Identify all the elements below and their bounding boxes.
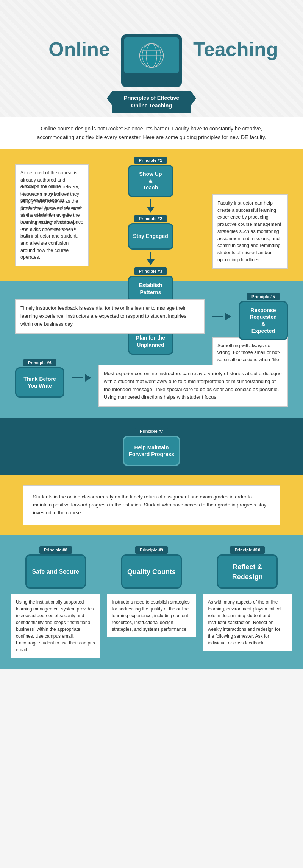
- p5-info-box: Timely instructor feedback is essential …: [15, 299, 205, 333]
- p9-badge: Principle #9: [135, 546, 168, 554]
- p5-row: Timely instructor feedback is essential …: [15, 293, 288, 340]
- p6-box: Think BeforeYou Write: [15, 367, 64, 398]
- p2-info-box: Faculty instructor can help create a suc…: [212, 194, 288, 269]
- p10-text: As with many aspects of the online learn…: [208, 599, 287, 646]
- p8-card: Principle #8 Principle #8 Safe and Secur…: [11, 546, 100, 658]
- p9-box: Principle #9 Quality Counts: [121, 554, 182, 589]
- p10-info-box: As with many aspects of the online learn…: [203, 594, 292, 651]
- p2-text: Faculty instructor can help create a suc…: [217, 200, 283, 264]
- principle-2-wrapper: Principle #2 Stay Engaged: [128, 215, 173, 250]
- p5-right-area: Principle #5 ResponseRequested&Expected: [239, 293, 288, 340]
- p6-info-box: Most experienced online instructors can …: [98, 365, 288, 407]
- p9-text: Instructors need to establish strategies…: [112, 599, 191, 633]
- arrow-down-1: [147, 207, 155, 213]
- p6-text: Most experienced online instructors can …: [104, 370, 283, 401]
- p8-box: Principle #8 Safe and Secure: [25, 554, 86, 589]
- globe-container: [117, 11, 186, 87]
- connector-v1: [150, 199, 151, 207]
- p6-connector: [72, 374, 91, 382]
- header-section: Online Teaching: [0, 0, 303, 117]
- dark-section-p7: Principle #7 Help MaintainForward Progre…: [0, 418, 303, 475]
- three-cols-section: Principle #8 Principle #8 Safe and Secur…: [0, 535, 303, 669]
- p5-box: ResponseRequested&Expected: [239, 301, 288, 340]
- monitor-base: [136, 80, 167, 84]
- p5-text: Timely instructor feedback is essential …: [20, 304, 199, 328]
- p7-badge: Principle #7: [135, 427, 168, 435]
- banner-text: Principles of Effective Online Teaching: [124, 95, 179, 109]
- p10-badge: Principle #10: [230, 546, 265, 554]
- p8-info-box: Using the institutionally supported lear…: [11, 594, 100, 658]
- p6-row: Principle #6 Think BeforeYou Write Most …: [15, 359, 288, 407]
- intro-paragraph: Online course design is not Rocket Scien…: [23, 124, 280, 141]
- p6-badge: Principle #6: [23, 359, 56, 366]
- p5-arrow: [225, 313, 231, 320]
- arrow-down-2: [147, 259, 155, 265]
- p9-info-box: Instructors need to establish strategies…: [107, 594, 195, 637]
- principle-3-wrapper: Principle #3 Establish Patterns: [128, 267, 173, 302]
- p6-right-area: Most experienced online instructors can …: [98, 365, 288, 407]
- p6-left-area: Principle #6 Think BeforeYou Write: [15, 359, 64, 398]
- intro-text-box: Online course design is not Rocket Scien…: [0, 117, 303, 149]
- p7-info-section: Students in the online classroom rely on…: [0, 475, 303, 534]
- p2-badge: Principle #2: [134, 215, 167, 222]
- monitor-screen: [124, 37, 179, 73]
- yellow-section: Since most of the course is already auth…: [0, 149, 303, 281]
- p6-arrow: [85, 374, 91, 382]
- p10-box: Principle #10 Reflect &Redesign: [217, 554, 278, 589]
- p2-box: Stay Engaged: [128, 223, 173, 250]
- p7-info-box: Students in the online classroom rely on…: [23, 485, 280, 525]
- p9-card: Principle #9 Principle #9 Quality Counts…: [107, 546, 195, 658]
- p3-box: Establish Patterns: [128, 276, 173, 302]
- monitor: [121, 34, 182, 87]
- title-online: Online: [8, 38, 117, 61]
- banner: Principles of Effective Online Teaching: [112, 91, 191, 113]
- p1-badge: Principle #1: [134, 157, 167, 164]
- p8-badge: Principle #8: [39, 546, 72, 554]
- p10-card: Principle #10 Principle #10 Reflect &Red…: [203, 546, 292, 658]
- p1-box: Show Up&Teach: [128, 165, 173, 197]
- p7-center: Principle #7 Help MaintainForward Progre…: [15, 427, 288, 466]
- p8-badge-box: Principle #8 Principle #8 Safe and Secur…: [25, 546, 86, 589]
- p8-text: Using the institutionally supported lear…: [16, 599, 95, 653]
- p3-badge: Principle #3: [134, 267, 167, 275]
- p10-badge-box: Principle #10 Principle #10 Reflect &Red…: [217, 546, 278, 589]
- p2-right-spacer: Faculty instructor can help create a suc…: [212, 194, 288, 269]
- principle-1-wrapper: Principle #1 Show Up&Teach: [128, 157, 173, 197]
- p9-badge-box: Principle #9 Principle #9 Quality Counts: [121, 546, 182, 589]
- p5-line: [212, 316, 223, 317]
- p5-badge: Principle #5: [247, 293, 280, 300]
- p5-left-area: Timely instructor feedback is essential …: [15, 299, 205, 333]
- p7-text: Students in the online classroom rely on…: [33, 493, 270, 517]
- connector-v2: [150, 252, 151, 259]
- p5-connector: [212, 313, 231, 320]
- monitor-stand: [142, 73, 161, 80]
- title-teaching: Teaching: [186, 38, 295, 61]
- p6-line: [72, 377, 83, 378]
- p7-box: Help MaintainForward Progress: [123, 436, 180, 466]
- right-info-col: Faculty instructor can help create a suc…: [212, 157, 288, 397]
- globe-icon: [138, 42, 165, 69]
